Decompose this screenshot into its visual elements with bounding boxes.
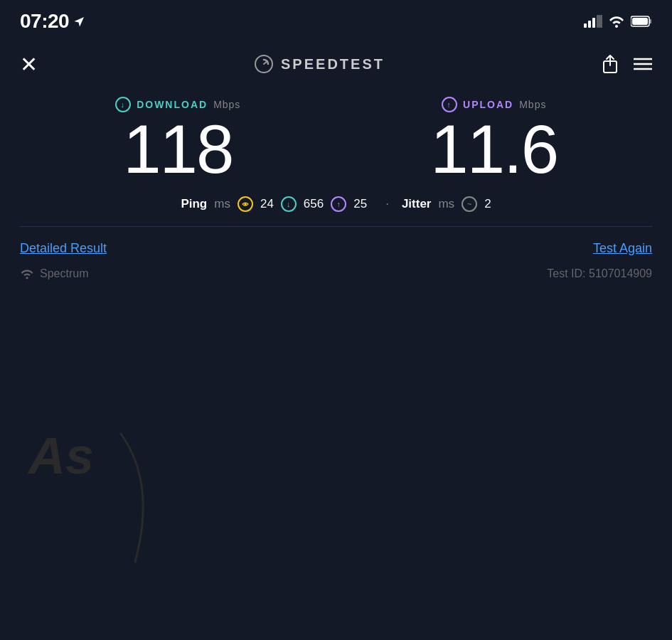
network-provider: Spectrum — [20, 267, 88, 280]
detailed-result-link[interactable]: Detailed Result — [20, 241, 107, 256]
speed-row: ↓ DOWNLOAD Mbps 118 ↑ UPLOAD Mbps 11.6 — [20, 97, 652, 183]
svg-rect-3 — [597, 15, 599, 28]
links-row: Detailed Result Test Again — [0, 241, 672, 256]
download-label-text: DOWNLOAD — [137, 99, 208, 110]
svg-rect-4 — [599, 15, 602, 28]
ping-idle-icon — [238, 196, 253, 212]
download-label: ↓ DOWNLOAD Mbps — [20, 97, 336, 112]
network-row: Spectrum Test ID: 5107014909 — [0, 256, 672, 280]
app-title: SPEEDTEST — [254, 54, 385, 74]
menu-button[interactable] — [634, 57, 652, 71]
ping-download-value: 656 — [304, 197, 324, 211]
upload-label: ↑ UPLOAD Mbps — [336, 97, 653, 112]
app-title-text: SPEEDTEST — [281, 56, 385, 73]
download-value: 118 — [20, 115, 336, 183]
svg-rect-6 — [649, 19, 651, 23]
divider — [20, 226, 652, 227]
download-unit: Mbps — [213, 99, 240, 110]
upload-icon: ↑ — [442, 97, 457, 112]
jitter-value: 2 — [484, 197, 491, 211]
svg-rect-1 — [588, 21, 591, 28]
status-bar: 07:20 — [0, 0, 672, 38]
bottom-area: As — [0, 398, 672, 640]
test-id-container: Test ID: 5107014909 — [547, 267, 652, 280]
nav-bar: ✕ SPEEDTEST — [0, 38, 672, 90]
ping-download-icon: ↓ — [281, 196, 297, 212]
handwriting-curve — [114, 427, 185, 569]
upload-value: 11.6 — [336, 115, 653, 183]
handwriting-area: As — [28, 427, 94, 485]
provider-name: Spectrum — [40, 267, 88, 280]
signal-bars-icon — [584, 15, 602, 28]
test-again-link[interactable]: Test Again — [593, 241, 652, 256]
ping-idle-value: 24 — [260, 197, 274, 211]
upload-unit: Mbps — [519, 99, 546, 110]
svg-rect-7 — [632, 18, 648, 25]
handwritten-text: As — [28, 427, 94, 484]
time-display: 07:20 — [20, 10, 69, 33]
svg-point-14 — [244, 203, 246, 206]
jitter-label-text: Jitter — [402, 197, 432, 211]
test-id-value: 5107014909 — [589, 267, 652, 279]
svg-rect-0 — [584, 23, 587, 28]
download-section: ↓ DOWNLOAD Mbps 118 — [20, 97, 336, 183]
ping-unit-text: ms — [214, 197, 230, 211]
speedtest-logo-icon — [254, 54, 274, 74]
share-button[interactable] — [601, 54, 619, 74]
download-icon: ↓ — [115, 97, 131, 112]
provider-wifi-icon — [20, 268, 34, 279]
close-button[interactable]: ✕ — [20, 52, 38, 77]
results-container: ↓ DOWNLOAD Mbps 118 ↑ UPLOAD Mbps 11.6 P… — [0, 90, 672, 212]
battery-icon — [631, 16, 652, 27]
svg-rect-2 — [592, 18, 595, 28]
ping-label-text: Ping — [181, 197, 207, 211]
ping-row: Ping ms 24 ↓ 656 ↑ 25 · Jitter ms ~ 2 — [20, 196, 652, 212]
ping-upload-value: 25 — [353, 197, 367, 211]
ping-upload-icon: ↑ — [331, 196, 346, 212]
upload-label-text: UPLOAD — [463, 99, 513, 110]
status-icons — [584, 15, 652, 28]
nav-actions — [601, 54, 652, 74]
svg-line-9 — [264, 61, 267, 64]
wifi-icon — [608, 15, 625, 28]
location-arrow-icon — [73, 15, 86, 28]
status-time: 07:20 — [20, 10, 86, 33]
upload-section: ↑ UPLOAD Mbps 11.6 — [336, 97, 653, 183]
jitter-icon: ~ — [462, 196, 477, 212]
jitter-unit-text: ms — [438, 197, 454, 211]
test-id-label: Test ID: — [547, 267, 585, 279]
